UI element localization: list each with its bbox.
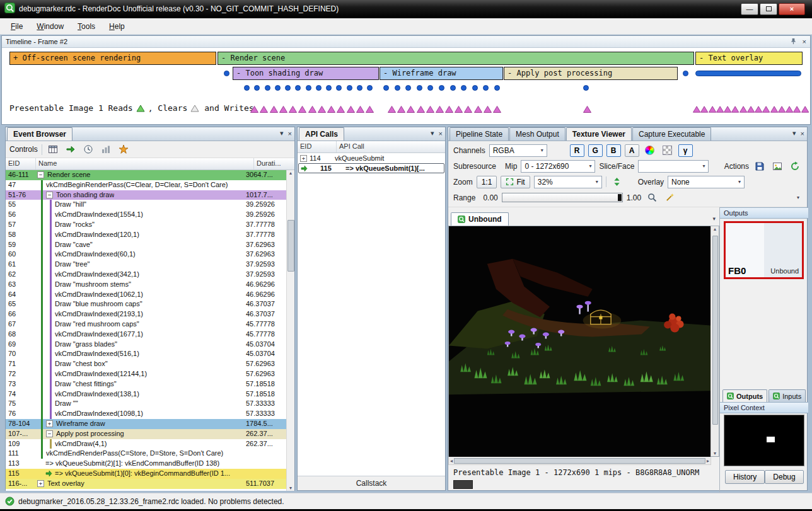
api-call-list[interactable]: +114vkQueueSubmit115=> vkQueueSubmit(1)[…: [298, 153, 445, 476]
minimize-button[interactable]: —: [741, 3, 758, 15]
draw-dot[interactable]: [336, 85, 342, 91]
draw-dot[interactable]: [265, 85, 270, 91]
event-row[interactable]: 76vkCmdDrawIndexed(1098,1)57.33333: [6, 409, 286, 419]
close-button[interactable]: ×: [779, 3, 805, 15]
draw-dot[interactable]: [395, 85, 400, 91]
tab-api-calls[interactable]: API Calls: [299, 127, 344, 141]
color-wheel-icon[interactable]: [643, 144, 657, 157]
event-row[interactable]: 113=> vkQueueSubmit(2)[1]: vkEndCommandB…: [6, 459, 286, 469]
draw-dot[interactable]: [306, 85, 311, 91]
event-row[interactable]: 67Draw "red mushroom caps"45.77778: [6, 319, 286, 330]
write-triangle-icon[interactable]: [270, 106, 278, 113]
write-triangle-icon[interactable]: [289, 106, 297, 113]
draw-dot[interactable]: [683, 71, 688, 76]
history-button[interactable]: History: [725, 470, 765, 484]
export-image-icon[interactable]: [770, 159, 784, 173]
draw-dot[interactable]: [405, 85, 411, 91]
range-settings-icon[interactable]: ▾: [797, 195, 799, 200]
write-triangle-icon[interactable]: [770, 106, 778, 113]
expand-toggle[interactable]: +: [37, 480, 44, 487]
tab-texture-viewer[interactable]: Texture Viewer: [566, 127, 632, 141]
draw-dot[interactable]: [472, 85, 478, 91]
expand-toggle[interactable]: +: [300, 155, 307, 162]
event-row[interactable]: 65Draw "blue mushroom caps"46.37037: [6, 299, 286, 309]
output-fb0-thumbnail[interactable]: FB0 Unbound: [724, 221, 804, 279]
draw-dot[interactable]: [285, 85, 291, 91]
draw-dot[interactable]: [244, 85, 250, 91]
write-triangle-icon[interactable]: [693, 106, 700, 113]
gamma-button[interactable]: γ: [678, 144, 693, 157]
channel-b-button[interactable]: B: [606, 144, 621, 157]
event-row[interactable]: 116-...+Text overlay511.7037: [6, 479, 286, 489]
panel-close-icon[interactable]: ×: [439, 130, 443, 137]
write-triangle-icon[interactable]: [250, 106, 258, 113]
timeline-bar-toon[interactable]: - Toon shading draw: [233, 67, 379, 80]
write-triangle-icon[interactable]: [747, 106, 755, 113]
draw-dot[interactable]: [417, 85, 422, 91]
timeline-header[interactable]: Timeline - Frame #2 ×: [2, 36, 810, 48]
menu-tools[interactable]: Tools: [71, 20, 102, 33]
mip-select[interactable]: 0 - 1272x690▾: [521, 160, 595, 173]
channel-a-button[interactable]: A: [625, 144, 639, 157]
write-triangle-icon[interactable]: [337, 106, 345, 113]
write-triangle-icon[interactable]: [308, 106, 316, 113]
timeline-bar-postproc[interactable]: - Apply post processing: [504, 67, 678, 80]
event-row[interactable]: 78-104+Wireframe draw1784.5...: [6, 419, 286, 429]
api-row[interactable]: 115=> vkQueueSubmit(1)[...: [298, 163, 444, 173]
event-row[interactable]: 66vkCmdDrawIndexed(2193,1)46.37037: [6, 309, 286, 319]
write-triangle-icon[interactable]: [445, 106, 453, 113]
draw-dot[interactable]: [583, 85, 589, 91]
event-row[interactable]: 60vkCmdDrawIndexed(60,1)37.62963: [6, 250, 286, 260]
callstack-section[interactable]: Callstack: [298, 476, 445, 490]
event-row[interactable]: 62vkCmdDrawIndexed(342,1)37.92593: [6, 270, 286, 280]
draw-dot[interactable]: [326, 85, 332, 91]
zoom-select[interactable]: 32%▾: [534, 176, 602, 188]
write-triangle-icon[interactable]: [786, 106, 793, 113]
expand-toggle[interactable]: +: [46, 420, 53, 427]
draw-dot[interactable]: [295, 85, 301, 91]
event-row[interactable]: 47vkCmdBeginRenderPass(C=Clear, D=Clear,…: [6, 180, 286, 190]
checkerboard-icon[interactable]: [661, 144, 675, 157]
write-triangle-icon[interactable]: [583, 106, 591, 113]
timeline-select-icon[interactable]: [46, 143, 60, 156]
event-browser-scrollbar[interactable]: ▴ ▾: [286, 170, 294, 491]
expand-toggle[interactable]: −: [46, 192, 53, 198]
write-triangle-icon[interactable]: [397, 106, 405, 113]
tab-event-browser[interactable]: Event Browser: [7, 127, 72, 141]
auto-range-wand-icon[interactable]: [663, 191, 676, 204]
texture-tab-unbound[interactable]: Unbound: [451, 212, 509, 226]
tab-inputs[interactable]: Inputs: [768, 389, 806, 402]
event-row[interactable]: 74vkCmdDrawIndexed(138,1)57.18518: [6, 389, 286, 399]
channels-select[interactable]: RGBA▾: [489, 144, 547, 157]
write-triangle-icon[interactable]: [740, 106, 747, 113]
write-triangle-icon[interactable]: [731, 106, 739, 113]
write-triangle-icon[interactable]: [716, 106, 724, 113]
write-triangle-icon[interactable]: [279, 106, 287, 113]
write-triangle-icon[interactable]: [455, 106, 463, 113]
write-triangle-icon[interactable]: [417, 106, 425, 113]
draw-dot[interactable]: [224, 71, 229, 76]
tab-outputs[interactable]: Outputs: [722, 389, 767, 402]
stats-chart-icon[interactable]: [99, 143, 113, 156]
event-row[interactable]: 57Draw "rocks"37.77778: [6, 220, 286, 230]
write-triangle-icon[interactable]: [318, 106, 326, 113]
write-triangle-icon[interactable]: [793, 106, 801, 113]
event-row[interactable]: 115=> vkQueueSubmit(1)[0]: vkBeginComman…: [6, 469, 286, 479]
write-triangle-icon[interactable]: [260, 106, 268, 113]
write-triangle-icon[interactable]: [801, 106, 809, 113]
draw-dot[interactable]: [357, 85, 362, 91]
api-calls-columns[interactable]: EID API Call: [298, 141, 445, 153]
texture-horizontal-scrollbar[interactable]: ◂▸: [448, 457, 711, 465]
write-triangle-icon[interactable]: [474, 106, 482, 113]
draw-dot[interactable]: [254, 85, 260, 91]
event-row[interactable]: 109vkCmdDraw(4,1)262.37...: [6, 439, 286, 449]
event-row[interactable]: 69Draw "grass blades"45.03704: [6, 340, 286, 350]
event-row[interactable]: 63Draw "mushroom stems"46.96296: [6, 280, 286, 290]
write-triangle-icon[interactable]: [762, 106, 770, 113]
draw-dot[interactable]: [450, 85, 456, 91]
tab-mesh-output[interactable]: Mesh Output: [509, 127, 566, 141]
write-triangle-icon[interactable]: [388, 106, 396, 113]
event-row[interactable]: 111vkCmdEndRenderPass(C=Store, D=Store, …: [6, 449, 286, 459]
slice-face-select[interactable]: ▾: [638, 160, 709, 173]
event-row[interactable]: 71Draw "chest box"57.62963: [6, 359, 286, 369]
